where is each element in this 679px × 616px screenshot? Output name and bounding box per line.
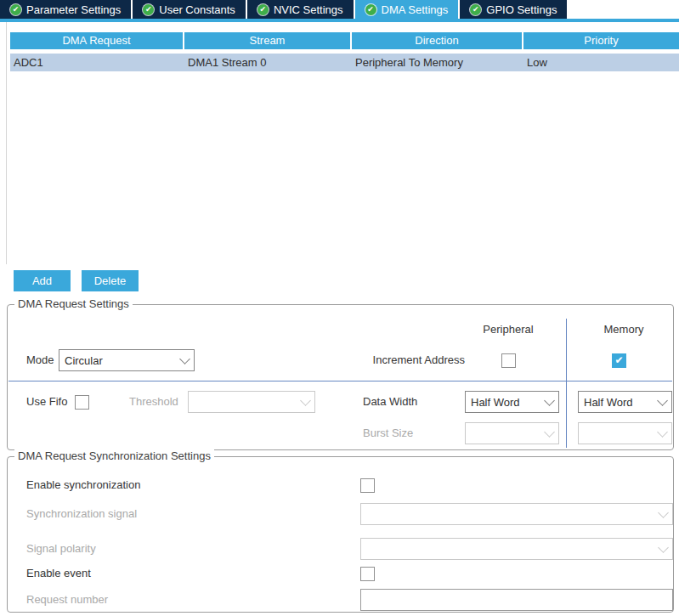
request-number-input[interactable] (360, 589, 673, 611)
memory-column-header: Memory (586, 319, 662, 341)
enable-event-checkbox[interactable]: ✔ (360, 567, 375, 581)
peripheral-column-header: Peripheral (470, 319, 546, 341)
cell-priority: Low (523, 54, 679, 71)
tab-label: GPIO Settings (486, 3, 557, 16)
dma-sync-settings-group: DMA Request Synchronization Settings Ena… (7, 456, 674, 613)
row-divider (8, 381, 672, 381)
increment-address-peripheral-checkbox[interactable]: ✔ (501, 353, 516, 368)
tab-gpio-settings[interactable]: ✔ GPIO Settings (460, 0, 567, 19)
data-width-peripheral-value: Half Word (471, 396, 546, 409)
tab-nvic-settings[interactable]: ✔ NVIC Settings (247, 0, 354, 19)
dma-request-settings-group: DMA Request Settings Peripheral Memory M… (7, 304, 674, 450)
group-title: DMA Request Settings (14, 297, 133, 310)
chevron-down-icon (657, 427, 668, 438)
check-icon: ✔ (10, 4, 21, 15)
column-header-dma-request: DMA Request (10, 32, 183, 49)
chevron-down-icon (179, 353, 190, 365)
column-header-priority: Priority (523, 32, 679, 49)
table-row[interactable]: ADC1 DMA1 Stream 0 Peripheral To Memory … (10, 54, 679, 71)
tab-label: Parameter Settings (26, 3, 121, 16)
data-width-memory-value: Half Word (584, 396, 659, 409)
request-number-label: Request number (26, 589, 108, 611)
add-button[interactable]: Add (14, 270, 71, 291)
dma-table-header: DMA Request Stream Direction Priority (10, 32, 679, 49)
cell-dma-request: ADC1 (10, 54, 183, 71)
column-header-stream: Stream (184, 32, 350, 49)
cell-stream: DMA1 Stream 0 (184, 54, 350, 71)
chevron-down-icon (544, 427, 555, 438)
enable-event-label: Enable event (26, 562, 91, 585)
mode-label: Mode (26, 349, 54, 371)
data-width-memory-dropdown[interactable]: Half Word (578, 391, 672, 413)
cell-direction: Peripheral To Memory (352, 54, 522, 71)
burst-size-peripheral-dropdown (465, 422, 559, 444)
synchronization-signal-dropdown (360, 503, 673, 525)
table-left-border (6, 22, 7, 264)
chevron-down-icon (658, 542, 669, 553)
chevron-down-icon (657, 395, 668, 406)
peripheral-memory-divider (566, 319, 567, 448)
signal-polarity-label: Signal polarity (26, 538, 96, 560)
burst-size-label: Burst Size (363, 422, 413, 444)
tab-user-constants[interactable]: ✔ User Constants (133, 0, 246, 19)
tab-dma-settings[interactable]: ✔ DMA Settings (355, 0, 459, 19)
enable-synchronization-checkbox[interactable]: ✔ (360, 478, 375, 493)
threshold-dropdown (188, 391, 315, 413)
active-tab-stripe (0, 19, 679, 22)
data-width-label: Data Width (363, 391, 417, 413)
check-icon: ✔ (143, 4, 154, 15)
tab-label: NVIC Settings (274, 3, 343, 16)
group-title: DMA Request Synchronization Settings (14, 449, 214, 462)
increment-address-memory-checkbox[interactable]: ✔ (612, 353, 626, 368)
check-icon: ✔ (470, 4, 481, 15)
settings-tabbar: ✔ Parameter Settings ✔ User Constants ✔ … (0, 0, 679, 19)
check-icon: ✔ (365, 4, 376, 15)
tab-parameter-settings[interactable]: ✔ Parameter Settings (0, 0, 131, 19)
tab-label: DMA Settings (382, 3, 449, 16)
chevron-down-icon (658, 507, 669, 518)
signal-polarity-dropdown (360, 538, 673, 560)
delete-button[interactable]: Delete (82, 270, 139, 291)
chevron-down-icon (544, 395, 555, 406)
mode-dropdown[interactable]: Circular (59, 349, 195, 371)
burst-size-memory-dropdown (578, 422, 672, 444)
increment-address-label: Increment Address (349, 349, 465, 371)
check-icon: ✔ (257, 4, 269, 15)
threshold-label: Threshold (129, 391, 178, 413)
check-mark-icon: ✔ (614, 353, 623, 368)
use-fifo-checkbox[interactable]: ✔ (75, 395, 89, 410)
synchronization-signal-label: Synchronization signal (26, 503, 137, 525)
chevron-down-icon (300, 395, 311, 406)
tab-label: User Constants (159, 3, 235, 16)
use-fifo-label: Use Fifo (26, 391, 67, 413)
data-width-peripheral-dropdown[interactable]: Half Word (465, 391, 559, 413)
column-header-direction: Direction (352, 32, 522, 49)
enable-synchronization-label: Enable synchronization (26, 474, 140, 496)
mode-value: Circular (65, 354, 181, 367)
